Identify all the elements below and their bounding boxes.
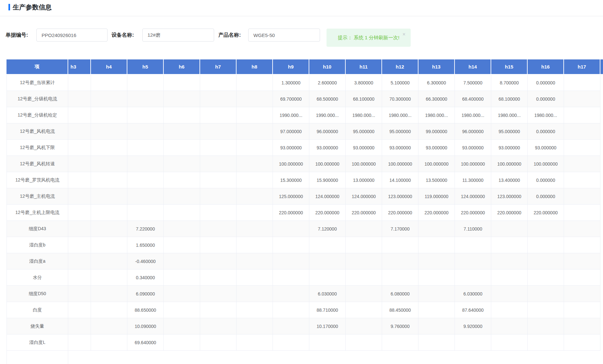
cell-h6 <box>164 318 200 334</box>
cell-h13 <box>418 318 455 334</box>
cell-h7 <box>200 302 237 318</box>
cell-h14: 96.000000 <box>455 123 491 140</box>
cell-h16 <box>528 334 564 351</box>
cell-h9 <box>273 270 309 286</box>
parameters-table: 项h3h4h5h6h7h8h9h10h11h12h13h14h15h16h17 … <box>6 59 603 364</box>
cell-h9: 97.000000 <box>273 123 309 140</box>
cell-h14: 124.000000 <box>455 188 491 205</box>
table-row: 水分0.340000 <box>6 270 603 286</box>
row-label: 12号磨_风机电流 <box>6 123 68 140</box>
cell-h9: 1990.000... <box>273 107 309 123</box>
cell-h9 <box>273 286 309 302</box>
cell-h15: 1980.000... <box>491 107 528 123</box>
table-row: 12号磨_分级机给定1990.000...1990.000...1980.000… <box>6 107 603 123</box>
table-row: 烧失量10.09000010.1700009.7600009.920000 <box>6 318 603 334</box>
cell-h7 <box>200 91 237 107</box>
cell-h10: 100.000000 <box>309 156 346 172</box>
cell-h17 <box>564 237 600 253</box>
cell-h17 <box>564 253 600 270</box>
cell-h3 <box>68 107 91 123</box>
column-header-h3: h3 <box>68 59 91 75</box>
row-label: 细度D50 <box>6 286 68 302</box>
cell-h7 <box>200 205 237 221</box>
order-number-label: 单据编号: <box>6 29 28 42</box>
cell-h17 <box>564 172 600 188</box>
cell-h12: 5.100000 <box>382 75 418 91</box>
table-row: 12号磨_主机上限电流220.000000220.000000220.00000… <box>6 205 603 221</box>
cell-h15: 93.000000 <box>491 140 528 156</box>
cell-h12: 1980.000... <box>382 107 418 123</box>
cell-h12 <box>382 237 418 253</box>
cell-clipped <box>600 156 603 172</box>
cell-h10: 96.000000 <box>309 123 346 140</box>
cell-h6 <box>164 237 200 253</box>
product-name-label: 产品名称: <box>218 29 241 42</box>
cell-h15: 123.000000 <box>491 188 528 205</box>
cell-h15: 68.100000 <box>491 91 528 107</box>
cell-h13: 1980.000... <box>418 107 455 123</box>
cell-clipped <box>600 75 603 91</box>
table-row: 细度D437.2200007.1200007.1700007.110000 <box>6 221 603 237</box>
cell-h9: 69.700000 <box>273 91 309 107</box>
column-header-h17: h17 <box>564 59 600 75</box>
cell-h15 <box>491 302 528 318</box>
row-label: 湿白度L <box>6 334 68 351</box>
table-row: 细度D506.0900006.0300006.0800006.030000 <box>6 286 603 302</box>
cell-h7 <box>200 107 237 123</box>
cell-h4 <box>91 172 127 188</box>
cell-h8 <box>237 205 273 221</box>
cell-h17 <box>564 123 600 140</box>
row-label: 12号磨_风机下限 <box>6 140 68 156</box>
cell-h8 <box>237 253 273 270</box>
cell-h7 <box>200 188 237 205</box>
cell-h5 <box>127 140 164 156</box>
cell-h13 <box>418 253 455 270</box>
cell-h15: 8.700000 <box>491 75 528 91</box>
cell-h3 <box>68 334 91 351</box>
cell-h4 <box>91 253 127 270</box>
cell-h16: 1980.000... <box>528 107 564 123</box>
cell-h11: 68.100000 <box>346 91 382 107</box>
cell-h3 <box>68 172 91 188</box>
cell-clipped <box>600 91 603 107</box>
cell-h6 <box>164 75 200 91</box>
cell-h11: 100.000000 <box>346 156 382 172</box>
cell-h11 <box>346 253 382 270</box>
cell-h5 <box>127 156 164 172</box>
cell-h4 <box>91 270 127 286</box>
cell-h5: 88.650000 <box>127 302 164 318</box>
table-row: 12号磨_当班累计1.3000002.6000003.8000005.10000… <box>6 75 603 91</box>
column-header-h4: h4 <box>91 59 127 75</box>
cell-h13: 100.000000 <box>418 156 455 172</box>
cell-h12: 93.000000 <box>382 140 418 156</box>
cell-h8 <box>237 286 273 302</box>
table-header-row: 项h3h4h5h6h7h8h9h10h11h12h13h14h15h16h17 <box>6 59 603 75</box>
device-name-input[interactable] <box>142 29 214 42</box>
product-name-input[interactable] <box>248 29 320 42</box>
cell-h17 <box>564 75 600 91</box>
order-number-input[interactable] <box>36 29 108 42</box>
cell-h15 <box>491 253 528 270</box>
cell-clipped <box>600 107 603 123</box>
close-icon[interactable]: × <box>403 32 405 37</box>
cell-h15 <box>491 334 528 351</box>
cell-h13: 6.300000 <box>418 75 455 91</box>
cell-h4 <box>91 318 127 334</box>
cell-h12: 220.000000 <box>382 205 418 221</box>
cell-h9 <box>273 237 309 253</box>
cell-h12: 9.760000 <box>382 318 418 334</box>
cell-h15 <box>491 221 528 237</box>
cell-h17 <box>564 334 600 351</box>
cell-h14: 6.030000 <box>455 286 491 302</box>
cell-h14: 100.000000 <box>455 156 491 172</box>
column-header-item: 项 <box>6 59 68 75</box>
cell-h5: 7.220000 <box>127 221 164 237</box>
cell-h3 <box>68 123 91 140</box>
cell-h7 <box>200 237 237 253</box>
cell-clipped <box>600 270 603 286</box>
cell-h9 <box>273 318 309 334</box>
table-row: 湿白度b1.650000 <box>6 237 603 253</box>
cell-h17 <box>564 270 600 286</box>
cell-h14: 1980.000... <box>455 107 491 123</box>
cell-h7 <box>200 172 237 188</box>
